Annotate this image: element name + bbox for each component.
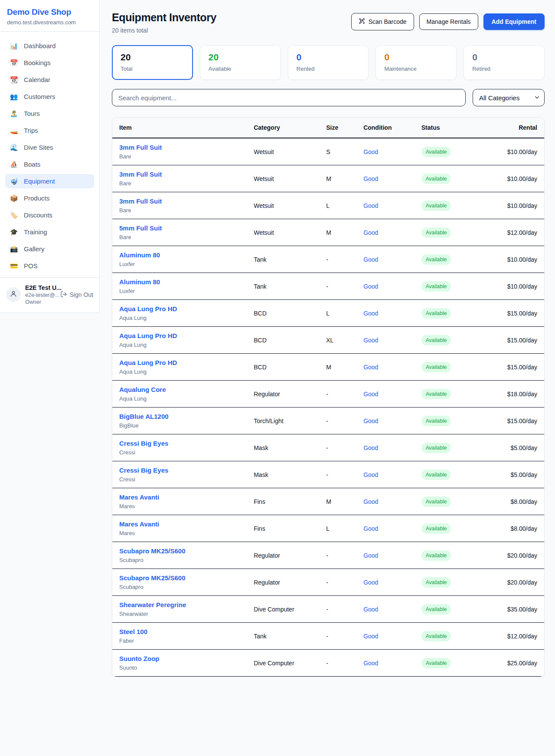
item-name-link[interactable]: 5mm Full Suit [119, 224, 254, 232]
sidebar-item-dashboard[interactable]: 📊 Dashboard [5, 39, 94, 53]
item-cell: Suunto Zoop Suunto [119, 655, 254, 671]
item-cell: Mares Avanti Mares [119, 493, 254, 509]
condition-link[interactable]: Good [363, 606, 378, 613]
category-cell: Dive Computer [254, 660, 326, 667]
sidebar-item-dive-sites[interactable]: 🌊 Dive Sites [5, 140, 94, 154]
item-name-link[interactable]: Aluminum 80 [119, 278, 254, 286]
sign-out-button[interactable]: Sign Out [60, 291, 93, 299]
condition-cell: Good [363, 605, 421, 613]
item-name-link[interactable]: Scubapro MK25/S600 [119, 547, 254, 555]
condition-link[interactable]: Good [363, 202, 378, 209]
condition-link[interactable]: Good [363, 552, 378, 559]
condition-link[interactable]: Good [363, 229, 378, 236]
item-name-link[interactable]: Mares Avanti [119, 493, 254, 501]
stat-card-available[interactable]: 20 Available [200, 45, 281, 80]
item-name-link[interactable]: Suunto Zoop [119, 655, 254, 662]
item-name-link[interactable]: Steel 100 [119, 628, 254, 635]
search-input[interactable] [112, 89, 466, 106]
sidebar-item-equipment[interactable]: 🤿 Equipment [5, 174, 94, 188]
brand-name[interactable]: Demo Dive Shop [7, 7, 92, 17]
condition-link[interactable]: Good [363, 283, 378, 290]
stat-label: Retired [472, 66, 536, 72]
item-name-link[interactable]: Shearwater Peregrine [119, 601, 254, 608]
condition-link[interactable]: Good [363, 660, 378, 667]
condition-cell: Good [363, 309, 421, 317]
item-name-link[interactable]: Aqua Lung Pro HD [119, 305, 254, 312]
item-cell: Shearwater Peregrine Shearwater [119, 601, 254, 617]
condition-link[interactable]: Good [363, 471, 378, 478]
item-name-link[interactable]: Aqua Lung Pro HD [119, 332, 254, 339]
rental-price-cell: $18.00/day [487, 391, 537, 398]
condition-link[interactable]: Good [363, 498, 378, 505]
sidebar-item-boats[interactable]: ⛵ Boats [5, 157, 94, 171]
size-cell: - [326, 417, 363, 424]
status-badge: Available [421, 658, 451, 668]
item-name-link[interactable]: Cressi Big Eyes [119, 440, 254, 447]
condition-link[interactable]: Good [363, 444, 378, 451]
avatar [6, 287, 21, 302]
stat-card-total[interactable]: 20 Total [112, 45, 193, 80]
manage-rentals-label: Manage Rentals [427, 18, 471, 25]
status-cell: Available [421, 389, 488, 399]
rental-price-cell: $25.00/day [487, 660, 537, 667]
sidebar-item-pos[interactable]: 💳 POS [5, 259, 94, 273]
sidebar-item-calendar[interactable]: 📆 Calendar [5, 72, 94, 87]
condition-link[interactable]: Good [363, 525, 378, 532]
item-name-link[interactable]: BigBlue AL1200 [119, 413, 254, 420]
category-cell: Regulator [254, 579, 326, 586]
manage-rentals-button[interactable]: Manage Rentals [419, 13, 478, 30]
condition-link[interactable]: Good [363, 256, 378, 263]
sidebar-item-gallery[interactable]: 📸 Gallery [5, 242, 94, 256]
item-name-link[interactable]: Cressi Big Eyes [119, 467, 254, 474]
sidebar-item-training[interactable]: 🎓 Training [5, 225, 94, 239]
condition-link[interactable]: Good [363, 391, 378, 398]
stat-card-maintenance[interactable]: 0 Maintenance [375, 45, 457, 80]
training-icon: 🎓 [10, 229, 18, 235]
item-name-link[interactable]: Scubapro MK25/S600 [119, 574, 254, 582]
condition-link[interactable]: Good [363, 148, 378, 155]
status-badge: Available [421, 631, 451, 641]
stat-card-rented[interactable]: 0 Rented [288, 45, 369, 80]
category-cell: Tank [254, 283, 326, 290]
item-name-link[interactable]: Mares Avanti [119, 520, 254, 528]
condition-link[interactable]: Good [363, 310, 378, 317]
sidebar-item-discounts[interactable]: 🏷️ Discounts [5, 208, 94, 222]
sidebar-item-label: Discounts [24, 211, 52, 219]
sidebar-item-customers[interactable]: 👥 Customers [5, 89, 94, 104]
category-cell: BCD [254, 337, 326, 344]
rental-price-cell: $12.00/day [487, 633, 537, 640]
item-cell: BigBlue AL1200 BigBlue [119, 413, 254, 429]
discounts-icon: 🏷️ [10, 212, 18, 218]
condition-link[interactable]: Good [363, 633, 378, 640]
condition-link[interactable]: Good [363, 337, 378, 344]
sidebar-item-label: Trips [24, 127, 38, 134]
add-equipment-button[interactable]: Add Equipment [483, 13, 545, 30]
items-total-count: 20 items total [112, 27, 216, 34]
barcode-icon [359, 18, 365, 26]
sidebar-item-products[interactable]: 📦 Products [5, 191, 94, 205]
user-name: E2E Test U... [25, 284, 56, 291]
status-badge: Available [421, 496, 451, 507]
item-name-link[interactable]: 3mm Full Suit [119, 197, 254, 205]
table-row: Steel 100 Faber Tank - Good Available $1… [112, 623, 544, 650]
item-name-link[interactable]: Aqualung Core [119, 386, 254, 393]
condition-link[interactable]: Good [363, 175, 378, 182]
sidebar-item-tours[interactable]: 🏝️ Tours [5, 106, 94, 121]
item-name-link[interactable]: 3mm Full Suit [119, 171, 254, 178]
sidebar-item-bookings[interactable]: 📅 Bookings [5, 56, 94, 70]
condition-link[interactable]: Good [363, 417, 378, 424]
status-badge: Available [421, 335, 451, 345]
sidebar-item-trips[interactable]: 🚤 Trips [5, 123, 94, 138]
sidebar-item-label: Customers [24, 93, 56, 100]
status-badge: Available [421, 308, 451, 319]
condition-link[interactable]: Good [363, 364, 378, 371]
condition-link[interactable]: Good [363, 579, 378, 586]
stat-card-retired[interactable]: 0 Retired [464, 45, 545, 80]
category-filter-select[interactable]: All Categories [473, 89, 545, 106]
item-name-link[interactable]: 3mm Full Suit [119, 144, 254, 151]
item-name-link[interactable]: Aluminum 80 [119, 251, 254, 259]
item-cell: 3mm Full Suit Bare [119, 197, 254, 214]
scan-barcode-button[interactable]: Scan Barcode [351, 13, 414, 30]
condition-cell: Good [363, 390, 421, 398]
item-name-link[interactable]: Aqua Lung Pro HD [119, 359, 254, 366]
